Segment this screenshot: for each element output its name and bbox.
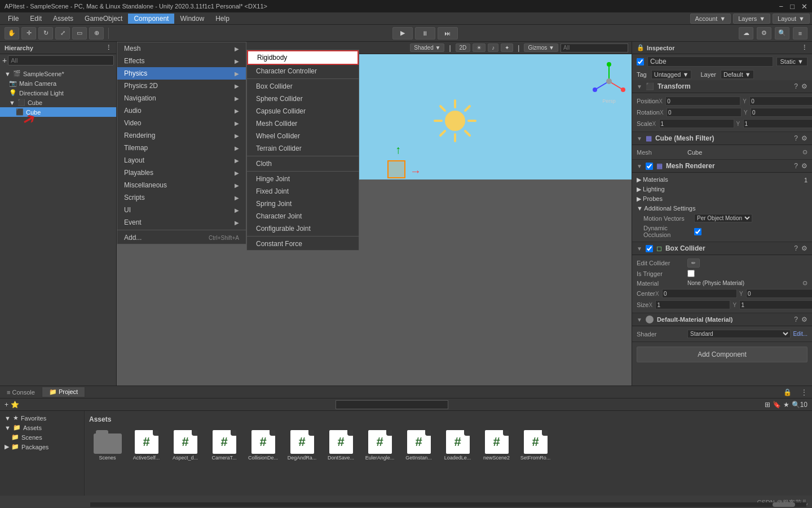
assets-scrollbar-track[interactable] [90, 502, 806, 507]
submenu-mesh-collider[interactable]: Mesh Collider [247, 117, 359, 130]
transform-component-header[interactable]: ▼ ⬛ Transform ? ⚙ [632, 80, 812, 93]
add-component-button[interactable]: Add Component [637, 347, 807, 362]
assets-scrollbar-thumb[interactable] [773, 502, 795, 507]
scene-cube[interactable] [387, 160, 405, 178]
scenes-tree-item[interactable]: 📁 Scenes [2, 432, 82, 442]
hierarchy-item-directionallight[interactable]: 💡 Directional Light [0, 88, 116, 98]
pause-button[interactable]: ⏸ [415, 27, 435, 40]
star-icon[interactable]: ★ [783, 401, 789, 409]
scale-x[interactable] [659, 119, 734, 128]
rotate-tool[interactable]: ↻ [38, 27, 53, 40]
menu-event[interactable]: Event ▶ [117, 216, 246, 229]
move-tool[interactable]: ✛ [21, 27, 36, 40]
submenu-hinge-joint[interactable]: Hinge Joint [247, 173, 359, 185]
inspector-menu-icon[interactable]: ⋮ [801, 44, 807, 51]
render-mode-btn[interactable]: Shaded ▼ [410, 43, 444, 52]
console-tab[interactable]: ≡ Console [0, 388, 42, 397]
pos-y[interactable] [749, 97, 812, 106]
probes-section[interactable]: ▶ Probes [637, 194, 807, 204]
favorites-tree-item[interactable]: ▼ ★ Favorites [2, 413, 82, 423]
hierarchy-search[interactable] [8, 55, 114, 65]
submenu-constant-force[interactable]: Constant Force [247, 238, 359, 250]
materials-section[interactable]: ▶ Materials 1 [637, 175, 807, 185]
asset-setfrom[interactable]: # SetFromRo... [517, 428, 554, 463]
menu-edit[interactable]: Edit [24, 14, 47, 24]
submenu-capsule-collider[interactable]: Capsule Collider [247, 105, 359, 117]
asset-scenes[interactable]: Scenes [89, 428, 126, 463]
lighting-section[interactable]: ▶ Lighting [637, 185, 807, 194]
hand-tool[interactable]: ✋ [5, 27, 19, 40]
center-y[interactable] [746, 289, 812, 298]
step-button[interactable]: ⏭ [438, 27, 458, 40]
question-icon[interactable]: ? [794, 82, 798, 90]
layer-select[interactable]: Default ▼ [721, 70, 754, 79]
lock-icon[interactable]: 🔒 [637, 44, 645, 51]
asset-activeself[interactable]: # ActiveSelf... [128, 428, 165, 463]
submenu-cloth[interactable]: Cloth [247, 157, 359, 170]
menu-mesh[interactable]: Mesh ▶ [117, 42, 246, 55]
asset-euler[interactable]: # EulerAngle... [361, 428, 398, 463]
edit-collider-btn[interactable]: ✏ [687, 259, 700, 268]
fx-btn[interactable]: ✦ [501, 43, 513, 52]
submenu-configurable-joint[interactable]: Configurable Joint [247, 222, 359, 235]
asset-camera[interactable]: # CameraT... [206, 428, 242, 463]
menu-window[interactable]: Window [174, 14, 210, 24]
submenu-wheel-collider[interactable]: Wheel Collider [247, 130, 359, 142]
submenu-character-joint[interactable]: Character Joint [247, 210, 359, 222]
menu-rendering[interactable]: Rendering ▶ [117, 129, 246, 142]
search-button[interactable]: 🔍 [775, 27, 789, 40]
hierarchy-item-samplescene[interactable]: ▼ 🎬 SampleScene* [0, 69, 116, 78]
center-x[interactable] [662, 289, 737, 298]
submenu-rigidbody[interactable]: Rigidbody [247, 50, 359, 65]
gear-icon[interactable]: ⚙ [801, 162, 807, 170]
rot-y[interactable] [751, 108, 812, 117]
submenu-character-controller[interactable]: Character Controller [247, 65, 359, 77]
question-icon[interactable]: ? [794, 244, 798, 252]
bottom-menu-icon[interactable]: ⋮ [796, 388, 812, 396]
menu-add[interactable]: Add... Ctrl+Shift+A [117, 231, 246, 244]
menu-help[interactable]: Help [210, 14, 235, 24]
size-x[interactable] [655, 300, 730, 309]
menu-video[interactable]: Video ▶ [117, 117, 246, 129]
menu-ui[interactable]: UI ▶ [117, 204, 246, 216]
rect-tool[interactable]: ▭ [72, 27, 87, 40]
view-options-icon[interactable]: ⊞ [765, 401, 770, 409]
mesh-target-icon[interactable]: ⊙ [802, 148, 807, 156]
question-icon[interactable]: ? [794, 316, 798, 323]
hierarchy-item-cube-parent[interactable]: ▼ ⬛ Cube [0, 98, 116, 107]
layers-vis-button[interactable]: ≡ [793, 27, 807, 40]
menu-file[interactable]: File [2, 14, 24, 24]
asset-degrad[interactable]: # DegAndRa... [284, 428, 320, 463]
menu-layout[interactable]: Layout ▶ [117, 154, 246, 167]
menu-playables[interactable]: Playables ▶ [117, 167, 246, 179]
account-dropdown[interactable]: Account ▼ [690, 14, 731, 24]
box-collider-toggle[interactable] [646, 245, 653, 252]
zoom-icon[interactable]: 🔍10 [792, 401, 807, 409]
submenu-fixed-joint[interactable]: Fixed Joint [247, 185, 359, 198]
add-assets-button[interactable]: + [5, 401, 8, 409]
submenu-spring-joint[interactable]: Spring Joint [247, 198, 359, 210]
2d-btn[interactable]: 2D [456, 43, 471, 52]
menu-assets[interactable]: Assets [47, 14, 79, 24]
scale-y[interactable] [743, 119, 812, 128]
submenu-sphere-collider[interactable]: Sphere Collider [247, 93, 359, 105]
favorite-icon[interactable]: ⭐ [11, 401, 19, 409]
play-button[interactable]: ▶ [392, 27, 413, 40]
hierarchy-menu-icon[interactable]: ⋮ [105, 44, 112, 51]
box-collider-header[interactable]: ▼ ◻ Box Collider ? ⚙ [632, 242, 812, 255]
pos-x[interactable] [665, 97, 740, 106]
asset-loaded[interactable]: # LoadedLe... [439, 428, 476, 463]
dynamic-occlusion-checkbox[interactable] [694, 228, 701, 235]
question-icon[interactable]: ? [794, 162, 798, 170]
tag-select[interactable]: Untagged ▼ [651, 70, 692, 79]
layout-dropdown[interactable]: Layout ▼ [773, 14, 810, 24]
close-button[interactable]: ✕ [801, 2, 807, 11]
menu-physics[interactable]: Physics ▶ [117, 67, 246, 80]
add-hierarchy-button[interactable]: + [2, 56, 7, 65]
menu-tilemap[interactable]: Tilemap ▶ [117, 142, 246, 154]
is-trigger-checkbox[interactable] [687, 270, 695, 277]
scale-tool[interactable]: ⤢ [55, 27, 70, 40]
layers-dropdown[interactable]: Layers ▼ [733, 14, 770, 24]
edit-shader-btn[interactable]: Edit... [793, 331, 807, 337]
transform-gear-icon[interactable]: ⚙ [801, 82, 807, 90]
